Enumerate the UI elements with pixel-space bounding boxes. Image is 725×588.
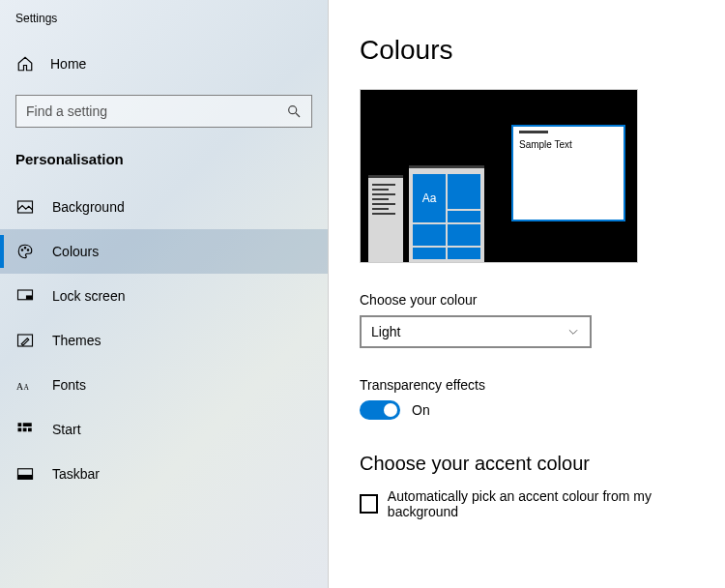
preview-tiles: Aa [409,165,484,262]
choose-colour-label: Choose your colour [360,292,702,308]
choose-colour-value: Light [371,324,400,339]
sidebar-item-fonts[interactable]: AA Fonts [0,363,328,407]
svg-point-4 [24,248,26,250]
transparency-toggle[interactable] [360,400,400,420]
image-icon [15,197,35,217]
svg-point-5 [27,250,29,251]
preview-tile-aa: Aa [413,174,446,222]
settings-sidebar: Settings Home Personalisation Background [0,0,329,588]
svg-rect-12 [23,423,32,426]
window-title: Settings [0,12,328,44]
accent-colour-heading: Choose your accent colour [360,453,702,475]
toggle-knob [384,403,397,417]
svg-rect-17 [18,476,33,480]
pencil-icon [15,331,35,350]
page-title: Colours [360,35,702,66]
preview-window: Sample Text [511,125,625,221]
sidebar-item-label: Themes [52,333,102,348]
svg-point-3 [21,250,23,251]
home-label: Home [50,56,86,72]
svg-line-1 [296,113,300,117]
auto-accent-checkbox[interactable] [360,494,378,514]
sidebar-item-label: Lock screen [52,288,125,304]
sidebar-item-label: Start [52,422,81,437]
transparency-state: On [412,402,430,418]
taskbar-icon [15,464,35,484]
search-input[interactable] [26,103,286,119]
chevron-down-icon [566,325,580,338]
choose-colour-select[interactable]: Light [360,315,592,348]
sidebar-item-background[interactable]: Background [0,185,328,229]
section-label: Personalisation [0,151,328,185]
sidebar-item-taskbar[interactable]: Taskbar [0,452,328,496]
transparency-label: Transparency effects [360,377,702,393]
sidebar-item-themes[interactable]: Themes [0,318,328,363]
main-content: Colours Aa [329,0,725,588]
sidebar-item-lock-screen[interactable]: Lock screen [0,274,328,318]
font-icon: AA [15,375,35,395]
sidebar-item-label: Taskbar [52,466,100,482]
svg-text:A: A [24,383,30,392]
monitor-icon [15,286,35,306]
theme-preview: Aa Sample Text [360,89,638,263]
palette-icon [15,242,35,261]
svg-text:A: A [16,381,23,392]
svg-rect-15 [28,428,32,432]
home-icon [15,54,35,74]
start-icon [15,420,35,439]
search-box[interactable] [15,95,312,128]
auto-accent-label: Automatically pick an accent colour from… [388,488,702,519]
svg-rect-11 [18,423,22,426]
search-icon [286,103,302,119]
svg-rect-13 [18,428,22,432]
sidebar-item-colours[interactable]: Colours [0,229,328,274]
sidebar-item-label: Background [52,199,125,215]
home-button[interactable]: Home [0,44,328,83]
sidebar-item-label: Colours [52,244,99,259]
svg-rect-7 [27,296,32,299]
sidebar-item-label: Fonts [52,377,86,393]
preview-start-list [368,175,403,262]
preview-sample-text: Sample Text [513,137,624,152]
sidebar-item-start[interactable]: Start [0,407,328,452]
svg-rect-14 [23,428,27,432]
svg-point-0 [289,106,297,114]
